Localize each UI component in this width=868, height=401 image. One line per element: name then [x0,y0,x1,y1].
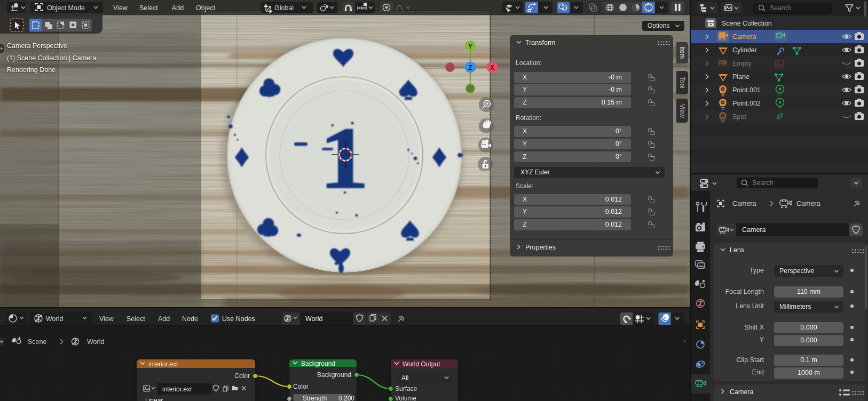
svg-text:Camera: Camera [732,200,756,207]
svg-text:Background: Background [317,371,351,379]
svg-text:Point.002: Point.002 [732,100,761,107]
svg-text:World Output: World Output [403,360,440,368]
svg-text:Camera: Camera [796,200,820,207]
svg-text:All: All [401,374,408,382]
svg-text:Plane: Plane [732,73,749,81]
svg-text:Select: Select [139,4,158,12]
svg-text:Volume: Volume [395,395,416,401]
svg-text:Add: Add [172,4,184,12]
svg-text:Global: Global [274,4,294,12]
svg-text:Linear: Linear [145,397,163,401]
svg-text:Strength: Strength [303,395,327,401]
svg-text:Point.001: Point.001 [732,86,761,94]
svg-text:Empty: Empty [732,60,752,67]
svg-text:X: X [490,64,494,71]
svg-text:0.200: 0.200 [338,395,354,401]
svg-text:Camera: Camera [732,33,756,41]
svg-text:interior.exr: interior.exr [162,386,192,393]
svg-text:Scene Collection: Scene Collection [722,20,772,27]
svg-text:Color: Color [293,383,309,390]
svg-text:Color: Color [234,372,250,380]
svg-text:Z: Z [468,64,472,71]
svg-text:Spot: Spot [732,113,746,121]
svg-text:Object Mode: Object Mode [47,4,85,12]
svg-text:Y: Y [468,43,472,50]
svg-text:Surface: Surface [395,385,417,392]
svg-text:View: View [113,4,128,12]
svg-text:Background: Background [301,360,335,367]
svg-text:interior.exr: interior.exr [148,360,178,368]
svg-text:Object: Object [196,4,216,12]
svg-text:Cylinder: Cylinder [732,46,757,54]
